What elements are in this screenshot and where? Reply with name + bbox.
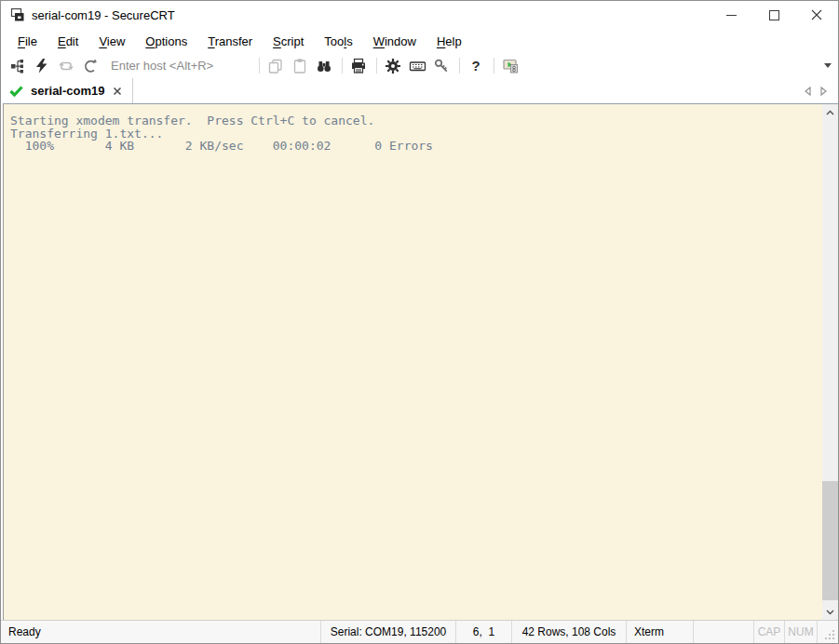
disconnect-icon xyxy=(82,58,99,74)
print-icon xyxy=(350,58,367,74)
help-button[interactable]: ? xyxy=(465,55,487,77)
maximize-button[interactable] xyxy=(752,1,795,29)
paste-button[interactable] xyxy=(289,55,311,77)
status-grid-size: 42 Rows, 108 Cols xyxy=(511,621,626,643)
gear-icon xyxy=(385,58,401,74)
menu-help[interactable]: Help xyxy=(426,31,472,52)
help-icon: ? xyxy=(471,58,480,74)
scroll-up-button[interactable] xyxy=(822,104,838,120)
find-icon xyxy=(316,58,332,74)
toolbar-overflow-button[interactable] xyxy=(824,63,832,68)
securecrt-window: serial-com19 - SecureCRT File Edit View … xyxy=(0,0,839,644)
menu-tools[interactable]: Tools xyxy=(314,31,362,52)
toolbar: ? xyxy=(1,53,838,78)
launch-app-icon xyxy=(502,58,520,74)
app-icon xyxy=(10,7,25,22)
tab-bar: serial-com19 xyxy=(1,78,838,103)
scroll-down-button[interactable] xyxy=(822,604,838,620)
copy-button[interactable] xyxy=(264,55,287,77)
toolbar-separator xyxy=(459,58,460,74)
scrollbar-thumb[interactable] xyxy=(822,481,838,600)
keyboard-icon xyxy=(409,58,426,74)
connected-check-icon xyxy=(9,86,23,97)
maximize-icon xyxy=(769,10,779,20)
tab-label: serial-com19 xyxy=(31,84,105,98)
keyboard-map-button[interactable] xyxy=(406,55,428,77)
quick-connect-icon xyxy=(34,58,50,74)
status-ready: Ready xyxy=(1,621,320,643)
resize-grip[interactable] xyxy=(817,621,838,643)
menu-edit[interactable]: Edit xyxy=(47,31,88,52)
menu-transfer[interactable]: Transfer xyxy=(197,31,263,52)
toolbar-separator xyxy=(376,58,377,74)
terminal-line: 100% 4 KB 2 KB/sec 00:00:02 0 Errors xyxy=(10,140,816,153)
scroll-tabs-right-icon[interactable] xyxy=(820,87,827,96)
launch-app-button[interactable] xyxy=(499,55,521,77)
chevron-up-icon xyxy=(826,110,834,115)
reconnect-button[interactable] xyxy=(55,55,77,77)
key-generator-button[interactable] xyxy=(430,55,453,77)
terminal-screen[interactable]: Starting xmodem transfer. Press Ctrl+C t… xyxy=(3,103,838,620)
find-button[interactable] xyxy=(313,55,335,77)
window-controls xyxy=(710,1,838,29)
scroll-tabs-left-icon[interactable] xyxy=(805,87,811,96)
status-connection: Serial: COM19, 115200 xyxy=(320,621,455,643)
key-icon xyxy=(433,58,450,74)
title-bar: serial-com19 - SecureCRT xyxy=(1,1,838,29)
terminal-line: Transferring 1.txt... xyxy=(10,127,816,141)
tab-close-icon[interactable] xyxy=(113,87,122,96)
close-icon xyxy=(811,9,822,20)
terminal-output: Starting xmodem transfer. Press Ctrl+C t… xyxy=(4,104,838,153)
disconnect-button[interactable] xyxy=(79,55,101,77)
status-num-lock: NUM xyxy=(784,621,817,643)
host-input[interactable] xyxy=(111,59,249,73)
menu-window[interactable]: Window xyxy=(363,31,426,52)
tab-scroll-controls xyxy=(805,78,838,103)
toolbar-separator xyxy=(494,58,494,74)
copy-icon xyxy=(267,58,284,74)
menu-file[interactable]: File xyxy=(7,31,47,52)
menu-view[interactable]: View xyxy=(88,31,135,52)
session-options-button[interactable] xyxy=(382,55,404,77)
chevron-down-icon xyxy=(826,610,834,615)
session-manager-icon xyxy=(9,58,26,74)
resize-grip-icon xyxy=(825,630,835,640)
status-caps-lock: CAP xyxy=(753,621,784,643)
toolbar-separator xyxy=(342,58,343,74)
minimize-icon xyxy=(726,10,737,20)
status-bar: Ready Serial: COM19, 115200 6, 1 42 Rows… xyxy=(1,620,838,643)
quick-connect-button[interactable] xyxy=(31,55,53,77)
menu-script[interactable]: Script xyxy=(263,31,314,52)
status-blank xyxy=(693,621,753,643)
tab-serial-com19[interactable]: serial-com19 xyxy=(1,78,133,103)
status-cursor-position: 6, 1 xyxy=(455,621,511,643)
vertical-scrollbar[interactable] xyxy=(822,104,838,620)
chevron-down-icon xyxy=(824,63,832,68)
toolbar-separator xyxy=(259,58,260,74)
status-emulation: Xterm xyxy=(626,621,693,643)
terminal-line: Starting xmodem transfer. Press Ctrl+C t… xyxy=(10,114,816,127)
print-button[interactable] xyxy=(347,55,370,77)
menu-options[interactable]: Options xyxy=(135,31,197,52)
menu-bar: File Edit View Options Transfer Script T… xyxy=(1,29,838,53)
close-button[interactable] xyxy=(795,1,838,29)
session-manager-button[interactable] xyxy=(7,55,29,77)
reconnect-icon xyxy=(58,58,74,74)
window-title: serial-com19 - SecureCRT xyxy=(32,8,175,22)
paste-icon xyxy=(291,58,308,74)
minimize-button[interactable] xyxy=(710,1,752,29)
